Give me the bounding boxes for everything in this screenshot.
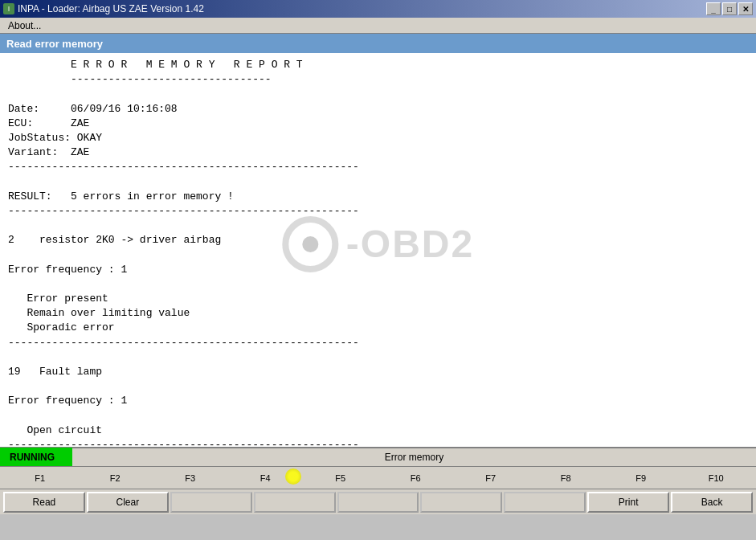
button-back[interactable]: Back: [671, 492, 753, 513]
fkey-f10[interactable]: F10: [680, 468, 754, 488]
status-bar: RUNNING Error memory: [0, 447, 756, 466]
fkey-f6[interactable]: F6: [379, 468, 453, 488]
button-clear[interactable]: Clear: [87, 492, 169, 513]
button-print[interactable]: Print: [587, 492, 669, 513]
menu-item-about[interactable]: About...: [3, 18, 46, 33]
main-content[interactable]: E R R O R M E M O R Y R E P O R T ------…: [0, 53, 756, 447]
app-icon: I: [3, 3, 14, 14]
button-empty-2: [170, 492, 252, 513]
button-empty-5: [420, 492, 502, 513]
title-bar: I INPA - Loader: Airbag US ZAE Version 1…: [0, 0, 756, 18]
menu-bar: About...: [0, 18, 756, 34]
window-title: INPA - Loader: Airbag US ZAE Version 1.4…: [18, 3, 204, 14]
button-empty-6: [504, 492, 586, 513]
button-bar: ReadClearPrintBack: [0, 489, 756, 514]
close-button[interactable]: ✕: [738, 2, 753, 15]
fkey-f1[interactable]: F1: [3, 468, 77, 488]
title-bar-controls: _ □ ✕: [706, 2, 753, 15]
running-indicator: RUNNING: [0, 448, 72, 467]
fkey-f8[interactable]: F8: [529, 468, 603, 488]
maximize-button[interactable]: □: [722, 2, 737, 15]
fkey-f7[interactable]: F7: [454, 468, 528, 488]
fkey-f2[interactable]: F2: [79, 468, 153, 488]
fkey-f9[interactable]: F9: [604, 468, 678, 488]
fkey-bar: F1F2F3F4F5F6F7F8F9F10: [0, 466, 756, 489]
error-report-text: E R R O R M E M O R Y R E P O R T ------…: [8, 58, 748, 447]
button-read[interactable]: Read: [3, 492, 85, 513]
button-empty-3: [254, 492, 336, 513]
fkey-f3[interactable]: F3: [153, 468, 227, 488]
running-label: RUNNING: [10, 452, 55, 463]
section-title: Read error memory: [6, 38, 103, 50]
status-label: Error memory: [72, 452, 756, 463]
button-empty-4: [337, 492, 419, 513]
title-bar-left: I INPA - Loader: Airbag US ZAE Version 1…: [3, 3, 204, 14]
section-header: Read error memory: [0, 34, 756, 53]
minimize-button[interactable]: _: [706, 2, 721, 15]
fkey-f5[interactable]: F5: [304, 468, 378, 488]
fkey-f4[interactable]: F4: [229, 468, 303, 488]
